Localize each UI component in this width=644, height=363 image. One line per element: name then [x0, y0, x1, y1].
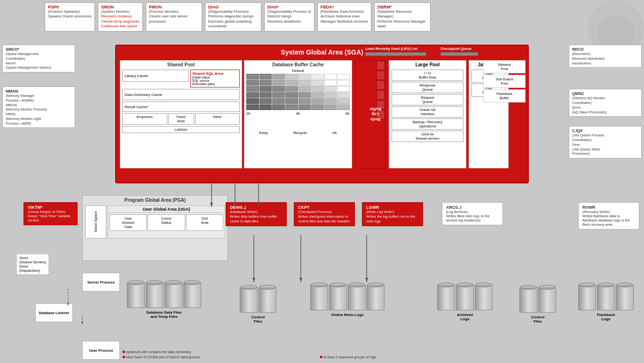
- viktm-box: VIKTM* (Virtual Keeper of TIMe) Keeps "S…: [24, 202, 78, 225]
- lru-label: Least Recently Used (LRU) List: [365, 47, 417, 51]
- redo-log-title: RedoLogBuffer: [369, 106, 381, 122]
- process-dbrm: DBRM* (Database Resource Manager) Perfor…: [374, 2, 431, 32]
- right-side-panel: RECO (Recoverer)Recovers distributedtran…: [569, 45, 642, 162]
- reco-box: RECO (Recoverer)Recovers distributedtran…: [569, 45, 642, 68]
- lru-bar: [365, 52, 426, 56]
- snn-box: Snnn (Shared Servers) Dnnn (Dispatchers): [16, 254, 49, 275]
- process-smon: SMON (System Monitor) Recovers instanceC…: [98, 2, 143, 32]
- io-buffer-area: I / OBuffer Area: [392, 70, 463, 81]
- notes-box: ■ system01.dbf contains the data diction…: [122, 349, 200, 359]
- db-listener-box: Database Listener: [35, 303, 73, 322]
- ckpt-box: CKPT (Checkpoint Process) Writes checkpo…: [294, 202, 355, 226]
- uga-title: User Global Area (UGA): [108, 206, 225, 213]
- server-process-box: Server Process: [82, 273, 120, 292]
- online-redo-logs: Online Redo Logs: [310, 284, 385, 317]
- process-pspo: PSP0 (Process Spawner) Spawns Oracle pro…: [45, 2, 95, 32]
- db-buffer-title: Database Buffer Cache: [244, 61, 352, 69]
- lgwr-box: LGWR (Redo Log Writer) Writes the log bu…: [362, 202, 423, 226]
- archived-logs-label: ArchivedLogs: [457, 313, 473, 321]
- data-files-label: Database Data Filesand Temp Files: [146, 310, 182, 319]
- buffer-grid-row2: [246, 80, 350, 86]
- control-files-2-label: ControlFiles: [531, 315, 544, 324]
- flashback-buffer: FlashbackBuffer: [483, 89, 526, 103]
- library-cache: Library Cache: [122, 70, 189, 82]
- cjq0-box: CJQ0 (Job Queue ProcessCoordinator)Jnnn(…: [569, 126, 642, 158]
- process-diag: DIAG (Diagnosability Process) Performs d…: [205, 2, 261, 32]
- control-files-2: ControlFiles: [519, 287, 556, 324]
- right-pools: StreamsPool Sort ExtentPool FlashbackBuf…: [483, 60, 526, 103]
- notes-right: ■ at least 2 duplexed groups of logs: [320, 354, 376, 359]
- mman-box: MMAN (Memory ManagerProcess—ASMM)MMON(Me…: [2, 87, 75, 128]
- oracle-xa: Oracle XAInterface: [392, 106, 463, 118]
- shared-pool-title: Shared Pool: [120, 61, 242, 69]
- flashback-logs: FlashbackLogs: [578, 284, 634, 321]
- buffer-grid-row1: [246, 74, 350, 79]
- cursor-status: CursorStatus: [148, 214, 185, 231]
- redo-log-buffer: RedoLogBuffer: [355, 60, 385, 168]
- other-box: Other: [195, 113, 240, 125]
- left-side-panel: SMCO* (Space ManagementCoordinator)Wnnn*…: [2, 45, 75, 132]
- diagram-container: PSP0 (Process Spawner) Spawns Oracle pro…: [0, 0, 644, 363]
- pga-container: Program Global Area (PGA) Stack Space Us…: [82, 195, 228, 261]
- latches-box: Latches: [122, 126, 240, 133]
- data-dict-cache: Data Dictionary Cache: [122, 89, 240, 100]
- bottom-processes: DBW0..j (Database Writer) Writes dirty b…: [226, 202, 423, 226]
- uga-shared: UGA forShared servers: [392, 131, 463, 142]
- streams-pool: StreamsPool: [483, 60, 526, 73]
- shared-sql-area: Shared SQL Area (Hash valueSQL sourceExe…: [190, 70, 240, 87]
- fixed-area-box: FixedArea: [168, 113, 194, 125]
- checkpoint-bar: [440, 52, 478, 56]
- dbwr-box: DBW0..j (Database Writer) Writes dirty b…: [226, 202, 287, 226]
- request-queue: RequestQueue: [392, 94, 463, 105]
- sga-container: System Global Area (SGA) Least Recently …: [115, 45, 529, 183]
- online-redo-label: Online Redo Logs: [331, 313, 363, 317]
- process-dia0: DIA0* (Diagnosability Process 0) Detects…: [264, 2, 314, 32]
- data-files-cylinders: Database Data Filesand Temp Files: [127, 282, 201, 319]
- db-buffer-cache: Database Buffer Cache Default: [244, 60, 352, 168]
- top-processes: PSP0 (Process Spawner) Spawns Oracle pro…: [45, 2, 431, 32]
- control-files-1-label: ControlFiles: [251, 315, 265, 324]
- backup-recovery: Backup / RecoveryOperations: [392, 118, 463, 130]
- large-pool: Large Pool I / OBuffer Area ResponseQueu…: [389, 60, 466, 168]
- checkpoint-label: Checkpoint Queue: [440, 47, 471, 51]
- smco-box: SMCO* (Space ManagementCoordinator)Wnnn*…: [2, 45, 75, 72]
- sga-inner: Shared Pool Library Cache Shared SQL Are…: [116, 58, 528, 181]
- user-session-data: UserSessionData: [110, 214, 147, 231]
- result-cache: Result Cache*: [122, 102, 240, 112]
- rvwr-box: RVWR (Recovery Writer) Writes flashback …: [578, 202, 639, 229]
- arc-box: ARC0..t (Log Archiver) Writes filled red…: [442, 202, 503, 225]
- shared-pool: Shared Pool Library Cache Shared SQL Are…: [120, 60, 242, 168]
- response-queue: ResponseQueue: [392, 82, 463, 93]
- large-pool-title: Large Pool: [389, 61, 466, 69]
- process-fbda: FBDA* (Flashback Data Archiver) Archives…: [317, 2, 371, 32]
- sort-area: SortArea: [186, 214, 223, 231]
- sort-extent-pool: Sort ExtentPool: [483, 75, 526, 88]
- enqueues-box: Enqueues: [122, 113, 167, 125]
- pga-title: Program Global Area (PGA): [83, 196, 228, 205]
- user-process-box: User Process: [82, 341, 120, 360]
- archived-logs: ArchivedLogs: [437, 284, 493, 321]
- qmnc-box: QMNC (Streams AQ MonitorCoordinator)Qnnn…: [569, 89, 642, 117]
- process-pmon: PMON (Process Monitor) Cleans user and s…: [146, 2, 202, 32]
- flashback-logs-label: FlashbackLogs: [597, 313, 615, 321]
- stack-space: Stack Space: [85, 205, 106, 238]
- control-files-1: ControlFiles: [240, 287, 276, 324]
